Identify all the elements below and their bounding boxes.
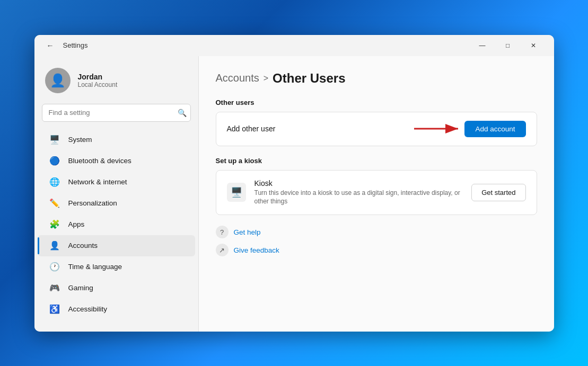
accessibility-icon: ♿ [48,303,61,316]
personalization-icon: ✏️ [48,197,61,210]
sidebar-item-personalization[interactable]: ✏️ Personalization [38,193,195,214]
user-profile: 👤 Jordan Local Account [34,61,198,104]
user-info: Jordan Local Account [78,73,118,88]
main-panel: Accounts > Other Users Other users Add o… [199,56,554,332]
arrow-svg [411,121,464,136]
give-feedback-label: Give feedback [234,246,279,254]
network-icon: 🌐 [48,176,61,189]
sidebar-label-gaming: Gaming [68,284,93,292]
give-feedback-icon: ↗ [216,244,229,256]
other-users-section-title: Other users [216,99,537,106]
kiosk-info: Kiosk Turn this device into a kiosk to u… [254,179,463,207]
window-title: Settings [63,41,88,49]
back-button[interactable]: ← [43,38,58,53]
get-help-icon: ? [216,226,229,238]
sidebar-item-time[interactable]: 🕐 Time & language [38,256,195,278]
red-arrow-indicator [411,121,464,136]
kiosk-section-title: Set up a kiosk [216,157,537,165]
search-input[interactable] [42,104,191,122]
main-content: 👤 Jordan Local Account 🔍 🖥️ System [34,56,554,332]
breadcrumb: Accounts > Other Users [216,71,537,86]
gaming-icon: 🎮 [48,282,61,294]
kiosk-title: Kiosk [254,179,463,188]
search-icon: 🔍 [178,109,187,117]
help-links: ? Get help ↗ Give feedback [216,226,537,256]
sidebar-label-accounts: Accounts [68,242,98,249]
kiosk-row: 🖥️ Kiosk Turn this device into a kiosk t… [216,171,537,215]
close-button[interactable]: ✕ [521,37,546,54]
sidebar-item-network[interactable]: 🌐 Network & internet [38,172,195,193]
sidebar-label-network: Network & internet [68,178,127,186]
user-name: Jordan [78,73,118,81]
sidebar-label-system: System [68,136,92,144]
breadcrumb-current: Other Users [273,71,345,86]
minimize-button[interactable]: — [470,37,495,54]
sidebar-item-system[interactable]: 🖥️ System [38,129,195,150]
kiosk-description: Turn this device into a kiosk to use as … [254,189,463,207]
kiosk-card: 🖥️ Kiosk Turn this device into a kiosk t… [216,170,537,216]
bluetooth-icon: 🔵 [48,155,61,167]
sidebar-label-accessibility: Accessibility [68,305,108,313]
time-icon: 🕐 [48,261,61,273]
sidebar-item-apps[interactable]: 🧩 Apps [38,214,195,235]
settings-window: ← Settings — □ ✕ 👤 Jordan Local Account [34,35,554,332]
breadcrumb-separator: > [264,74,268,83]
maximize-button[interactable]: □ [496,37,520,54]
search-box: 🔍 [42,104,191,122]
add-account-button[interactable]: Add account [464,121,525,137]
accounts-icon: 👤 [48,239,61,252]
sidebar-item-gaming[interactable]: 🎮 Gaming [38,278,195,299]
add-user-label: Add other user [227,124,412,133]
system-icon: 🖥️ [48,133,61,146]
sidebar-item-bluetooth[interactable]: 🔵 Bluetooth & devices [38,150,195,172]
sidebar-label-time: Time & language [68,263,122,271]
user-account-type: Local Account [78,81,118,88]
sidebar: 👤 Jordan Local Account 🔍 🖥️ System [34,56,199,332]
sidebar-label-bluetooth: Bluetooth & devices [68,157,131,165]
get-help-label: Get help [234,228,261,236]
kiosk-icon: 🖥️ [227,183,246,202]
sidebar-label-personalization: Personalization [68,199,117,207]
get-help-link[interactable]: ? Get help [216,226,537,238]
get-started-button[interactable]: Get started [471,184,525,201]
add-user-row: Add other user Add account [216,112,537,146]
user-avatar-icon: 👤 [50,73,66,88]
titlebar: ← Settings — □ ✕ [34,35,554,56]
sidebar-item-accounts[interactable]: 👤 Accounts [38,235,195,256]
sidebar-label-apps: Apps [68,220,85,228]
add-user-card: Add other user Add account [216,112,537,146]
sidebar-item-accessibility[interactable]: ♿ Accessibility [38,299,195,320]
give-feedback-link[interactable]: ↗ Give feedback [216,244,537,256]
window-controls: — □ ✕ [470,37,546,54]
avatar: 👤 [45,68,71,93]
breadcrumb-parent[interactable]: Accounts [216,72,259,84]
apps-icon: 🧩 [48,218,61,231]
sidebar-nav: 🖥️ System 🔵 Bluetooth & devices 🌐 Networ… [34,129,198,320]
